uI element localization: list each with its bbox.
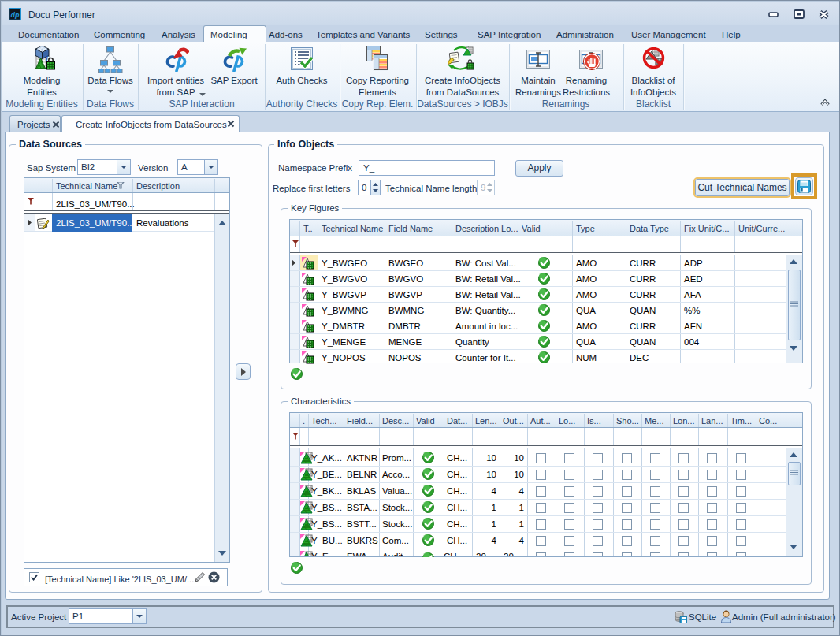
svg-text:dp: dp (11, 11, 20, 19)
